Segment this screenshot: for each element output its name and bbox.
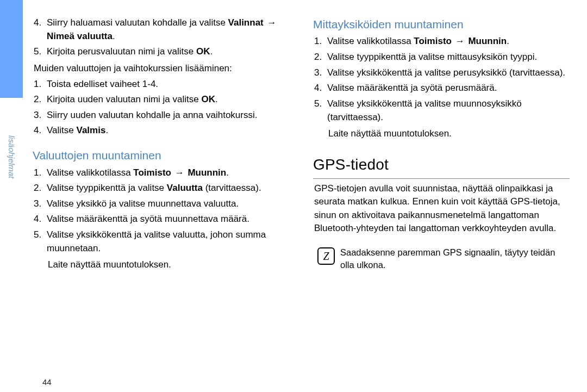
text: Kirjoita perusvaluutan nimi ja valitse: [47, 46, 196, 57]
list-number: 4.: [34, 124, 41, 138]
bold-text: OK: [196, 46, 210, 57]
list-number: 5.: [314, 97, 322, 111]
list-item: 5. Valitse yksikkökenttä ja valitse valu…: [47, 228, 289, 255]
bold-text: OK: [201, 94, 215, 104]
list-c: 1. Valitse valikkotilassa Toimisto → Muu…: [33, 166, 289, 256]
text: Valitse: [47, 125, 77, 135]
list-number: 1.: [314, 35, 322, 48]
text: Toista edelliset vaiheet 1-4.: [47, 79, 158, 89]
side-tab-label: lisäohjelmat: [7, 135, 16, 178]
text: Siirry haluamasi valuutan kohdalle ja va…: [47, 17, 228, 28]
bold-text: Valmis: [77, 125, 106, 135]
paragraph: Laite näyttää muuntotuloksen.: [314, 127, 570, 141]
list-item: 2. Kirjoita uuden valuutan nimi ja valit…: [47, 93, 289, 107]
list-number: 1.: [34, 78, 41, 91]
list-number: 3.: [34, 197, 41, 211]
bold-text: Toimisto: [133, 167, 171, 178]
heading-units-convert: Mittayksiköiden muuntaminen: [313, 16, 570, 33]
right-column: Mittayksiköiden muuntaminen 1. Valitse v…: [313, 16, 570, 386]
list-item: 2. Valitse tyyppikenttä ja valitse mitta…: [327, 51, 570, 64]
list-number: 5.: [34, 45, 41, 59]
side-tab: lisäohjelmat: [0, 0, 23, 392]
text: Valitse määräkenttä ja syötä muunnettava…: [47, 214, 249, 224]
list-number: 4.: [34, 16, 41, 30]
list-item: 1. Valitse valikkotilassa Toimisto → Muu…: [47, 166, 289, 180]
list-item: 2. Valitse tyyppikenttä ja valitse Valuu…: [47, 182, 289, 195]
list-number: 5.: [34, 228, 41, 242]
note-text: Saadaksenne paremman GPS signaalin, täyt…: [340, 246, 570, 271]
left-column: 4. Siirry haluamasi valuutan kohdalle ja…: [33, 16, 289, 386]
list-number: 2.: [34, 93, 41, 107]
bold-text: Toimisto: [414, 36, 452, 46]
list-number: 3.: [314, 66, 322, 80]
text: Kirjoita uuden valuutan nimi ja valitse: [47, 94, 201, 104]
text: Siirry uuden valuutan kohdalle ja anna v…: [47, 110, 257, 120]
heading-gps: GPS-tiedot: [313, 154, 570, 176]
section-rule: [313, 178, 570, 179]
text: .: [226, 167, 229, 178]
heading-currency-convert: Valuuttojen muuntaminen: [33, 147, 289, 164]
list-item: 3. Valitse yksikkö ja valitse muunnettav…: [47, 197, 289, 211]
arrow-icon: →: [266, 16, 277, 30]
text: Valitse määräkenttä ja syötä perusmäärä.: [327, 83, 497, 93]
paragraph: Muiden valuuttojen ja vaihtokurssien lis…: [34, 62, 289, 76]
list-b: 1. Toista edelliset vaiheet 1-4. 2. Kirj…: [33, 78, 289, 138]
bold-text: Valuutta: [167, 183, 203, 193]
text: .: [215, 94, 218, 104]
list-item: 5. Kirjoita perusvaluutan nimi ja valits…: [47, 45, 289, 59]
note-icon: Z: [317, 247, 335, 265]
text: .: [105, 125, 108, 135]
list-a: 4. Siirry haluamasi valuutan kohdalle ja…: [33, 16, 289, 59]
text: Valitse yksikkö ja valitse muunnettava v…: [47, 198, 239, 209]
side-tab-accent: [0, 0, 23, 98]
list-number: 4.: [314, 82, 322, 95]
bold-text: Valinnat: [228, 17, 264, 28]
list-item: 4. Valitse määräkenttä ja syötä perusmää…: [327, 82, 570, 95]
list-item: 4. Siirry haluamasi valuutan kohdalle ja…: [47, 16, 289, 43]
bold-text: Nimeä valuutta: [47, 31, 113, 41]
bold-text: Muunnin: [188, 167, 226, 178]
note-box: Z Saadaksenne paremman GPS signaalin, tä…: [313, 246, 570, 271]
paragraph: Laite näyttää muuntotuloksen.: [34, 258, 289, 272]
list-number: 3.: [34, 109, 41, 122]
text: Valitse valikkotilassa: [327, 36, 414, 46]
list-item: 1. Valitse valikkotilassa Toimisto → Muu…: [327, 35, 570, 48]
text: Valitse valikkotilassa: [47, 167, 133, 178]
list-item: 5. Valitse yksikkökenttä ja valitse muun…: [327, 97, 570, 124]
list-item: 4. Valitse määräkenttä ja syötä muunnett…: [47, 213, 289, 226]
text: Valitse yksikkökenttä ja valitse muunnos…: [327, 98, 522, 122]
text: .: [507, 36, 509, 46]
list-right-a: 1. Valitse valikkotilassa Toimisto → Muu…: [313, 35, 570, 124]
list-number: 2.: [34, 182, 41, 195]
text: Valitse yksikkökenttä ja valitse valuutt…: [47, 229, 266, 253]
text: Valitse tyyppikenttä ja valitse: [47, 183, 167, 193]
text: .: [113, 31, 115, 41]
text: Valitse yksikkökenttä ja valitse perusyk…: [327, 67, 565, 78]
bold-text: Muunnin: [468, 36, 507, 46]
list-item: 4. Valitse Valmis.: [47, 124, 289, 138]
text: (tarvittaessa).: [203, 183, 261, 193]
list-number: 4.: [34, 213, 41, 226]
list-item: 3. Siirry uuden valuutan kohdalle ja ann…: [47, 109, 289, 122]
list-item: 1. Toista edelliset vaiheet 1-4.: [47, 78, 289, 91]
list-number: 1.: [34, 166, 41, 180]
text: .: [210, 46, 213, 57]
page-content: 4. Siirry haluamasi valuutan kohdalle ja…: [33, 16, 576, 386]
arrow-icon: →: [174, 166, 185, 180]
list-number: 2.: [314, 51, 322, 64]
arrow-icon: →: [454, 35, 466, 48]
gps-body: GPS-tietojen avulla voit suunnistaa, näy…: [314, 182, 570, 236]
list-item: 3. Valitse yksikkökenttä ja valitse peru…: [327, 66, 570, 80]
text: Valitse tyyppikenttä ja valitse mittausy…: [327, 52, 537, 62]
page-number: 44: [42, 377, 52, 387]
